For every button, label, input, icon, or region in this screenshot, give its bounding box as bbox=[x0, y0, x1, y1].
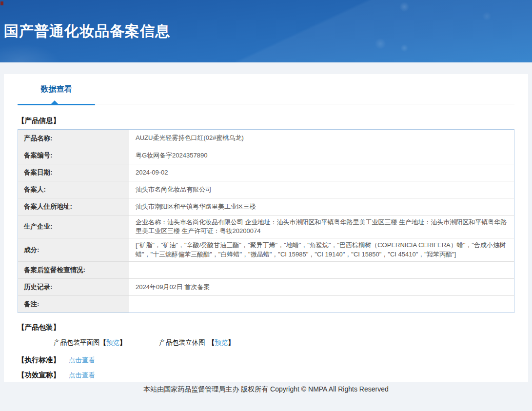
standard-line: 【执行标准】 点击查看 bbox=[18, 355, 514, 365]
row-value: AUZU柔光轻雾持色口红(02#蜜桃乌龙) bbox=[129, 130, 514, 147]
standard-view-link[interactable]: 点击查看 bbox=[69, 356, 95, 364]
row-label: 成分: bbox=[18, 238, 129, 261]
tab-data-view-label: 数据查看 bbox=[41, 84, 72, 95]
standard-section-title: 【执行标准】 bbox=[18, 356, 60, 364]
packaging-stereo-group: 产品包装立体图【预览】 bbox=[159, 339, 235, 346]
row-label: 生产企业: bbox=[18, 215, 129, 238]
tab-data-view[interactable]: 数据查看 bbox=[18, 74, 95, 104]
packaging-flat-group: 产品包装平面图【预览】 bbox=[54, 339, 128, 346]
row-label: 产品名称: bbox=[18, 130, 129, 147]
row-label: 历史记录: bbox=[18, 279, 129, 295]
bracket-open: 【 bbox=[208, 339, 215, 346]
packaging-section-title: 【产品包装】 bbox=[18, 323, 514, 332]
bracket-open: 【 bbox=[100, 339, 107, 346]
table-row: 成分: ["矿脂"，"矿油"，"辛酸/癸酸甘油三酯"，"聚异丁烯"，"地蜡"，"… bbox=[18, 238, 514, 261]
page-banner: 国产普通化妆品备案信息 bbox=[0, 0, 532, 62]
product-info-table: 产品名称: AUZU柔光轻雾持色口红(02#蜜桃乌龙) 备案编号: 粤G妆网备字… bbox=[18, 129, 514, 313]
bracket-close: 】 bbox=[228, 339, 235, 346]
row-label: 备案日期: bbox=[18, 164, 129, 181]
efficacy-line: 【功效宣称】 点击查看 bbox=[18, 371, 514, 380]
tab-active-underline bbox=[18, 104, 95, 105]
packaging-previews: 产品包装平面图【预览】 产品包装立体图【预览】 bbox=[54, 338, 514, 347]
row-value: 2024-09-02 bbox=[129, 164, 514, 181]
bracket-close: 】 bbox=[119, 339, 126, 346]
product-info-section-title: 【产品信息】 bbox=[18, 116, 514, 125]
corner-artifact-dot bbox=[0, 1, 3, 5]
table-row: 生产企业: 企业名称：汕头市名尚化妆品有限公司 企业地址：汕头市潮阳区和平镇粤华… bbox=[18, 215, 514, 238]
row-label: 备注: bbox=[18, 296, 129, 313]
table-row: 备案人住所地址: 汕头市潮阳区和平镇粤华路里美工业区三楼 bbox=[18, 198, 514, 215]
row-value bbox=[129, 296, 514, 313]
table-row: 备注: bbox=[18, 295, 514, 313]
page-footer: 本站由国家药品监督管理局主办 版权所有 Copyright © NMPA All… bbox=[0, 382, 532, 411]
efficacy-view-link[interactable]: 点击查看 bbox=[69, 372, 95, 379]
tab-active-caret-icon bbox=[51, 100, 58, 104]
table-row: 历史记录: 2024年09月02日 首次备案 bbox=[18, 278, 514, 295]
row-value: 粤G妆网备字2024357890 bbox=[129, 147, 514, 164]
page-title: 国产普通化妆品备案信息 bbox=[4, 21, 170, 41]
row-value: 企业名称：汕头市名尚化妆品有限公司 企业地址：汕头市潮阳区和平镇粤华路里美工业区… bbox=[129, 215, 514, 238]
table-row: 备案后监督检查情况: bbox=[18, 261, 514, 278]
row-value bbox=[129, 262, 514, 278]
row-label: 备案编号: bbox=[18, 147, 129, 164]
tab-bar: 数据查看 bbox=[18, 74, 514, 104]
packaging-stereo-preview-link[interactable]: 预览 bbox=[215, 339, 228, 346]
row-value: 汕头市潮阳区和平镇粤华路里美工业区三楼 bbox=[129, 198, 514, 215]
table-row: 备案日期: 2024-09-02 bbox=[18, 164, 514, 181]
table-row: 产品名称: AUZU柔光轻雾持色口红(02#蜜桃乌龙) bbox=[18, 130, 514, 147]
packaging-stereo-label: 产品包装立体图 bbox=[159, 339, 205, 346]
footer-copyright-text: 本站由国家药品监督管理局主办 版权所有 Copyright © NMPA All… bbox=[143, 385, 388, 393]
row-value: 2024年09月02日 首次备案 bbox=[129, 279, 514, 295]
row-label: 备案人住所地址: bbox=[18, 198, 129, 215]
packaging-flat-label: 产品包装平面图 bbox=[54, 339, 100, 346]
content-card: 数据查看 【产品信息】 产品名称: AUZU柔光轻雾持色口红(02#蜜桃乌龙) … bbox=[4, 74, 528, 382]
row-label: 备案人: bbox=[18, 181, 129, 198]
packaging-flat-preview-link[interactable]: 预览 bbox=[106, 339, 119, 346]
table-row: 备案编号: 粤G妆网备字2024357890 bbox=[18, 147, 514, 164]
table-row: 备案人: 汕头市名尚化妆品有限公司 bbox=[18, 181, 514, 198]
row-label: 备案后监督检查情况: bbox=[18, 262, 129, 278]
row-value: ["矿脂"，"矿油"，"辛酸/癸酸甘油三酯"，"聚异丁烯"，"地蜡"，"角鲨烷"… bbox=[129, 238, 514, 261]
efficacy-section-title: 【功效宣称】 bbox=[18, 371, 60, 379]
row-value: 汕头市名尚化妆品有限公司 bbox=[129, 181, 514, 198]
